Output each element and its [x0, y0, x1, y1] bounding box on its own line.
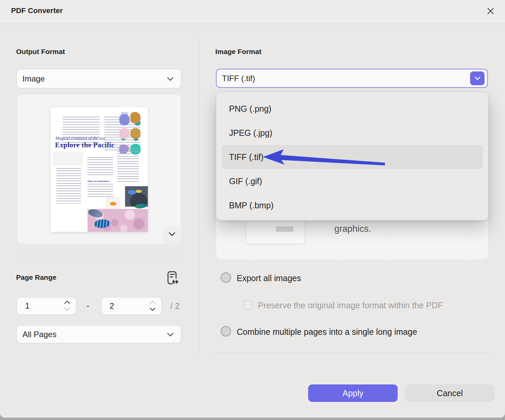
page-scope-select[interactable]: All Pages: [17, 325, 181, 343]
output-format-value: Image: [22, 74, 45, 84]
fish-photo: [106, 197, 121, 209]
combine-pages-radio[interactable]: [221, 326, 231, 336]
close-button[interactable]: [484, 5, 497, 18]
magazine-subtitle: Magical creatures of the sea.: [55, 136, 106, 141]
magazine-section-heading: Deep Sea Exploration: [88, 180, 109, 182]
option-label: BMP (.bmp): [229, 201, 274, 210]
dropdown-option-png[interactable]: PNG (.png): [216, 97, 488, 121]
dropdown-option-jpeg[interactable]: JPEG (.jpg): [216, 121, 488, 145]
coral-thumb: [119, 112, 129, 126]
annotation-arrow: [262, 148, 386, 168]
page-range-picker-button[interactable]: [165, 271, 179, 286]
pdf-converter-dialog: PDF Converter Output Format Image: [0, 0, 505, 418]
spinner-up-icon[interactable]: [64, 300, 70, 306]
spinner-down-icon[interactable]: [64, 307, 70, 313]
option-label: JPEG (.jpg): [229, 128, 272, 138]
dropdown-option-bmp[interactable]: BMP (.bmp): [216, 193, 488, 217]
close-icon: [486, 6, 496, 17]
title-bar: PDF Converter: [0, 0, 505, 24]
screen: PDF Converter Output Format Image: [0, 0, 505, 420]
dialog-title: PDF Converter: [11, 6, 63, 15]
magazine-title: Explore the Pacific: [55, 141, 115, 149]
preview-collapse-button[interactable]: [164, 227, 180, 243]
range-dash: -: [87, 301, 89, 311]
preserve-format-checkbox[interactable]: [243, 301, 252, 310]
page-range-heading: Page Range: [16, 273, 56, 281]
page-scope-value: All Pages: [22, 330, 56, 339]
page-to-value: 2: [110, 301, 114, 311]
chevron-down-icon: [167, 76, 174, 81]
coral-thumb: [130, 112, 141, 126]
apply-button[interactable]: Apply: [308, 384, 398, 402]
page-from-stepper[interactable]: 1: [17, 297, 76, 315]
image-format-select[interactable]: TIFF (.tif): [216, 69, 488, 88]
format-description-text: graphics.: [334, 224, 371, 234]
coral-thumb: [130, 127, 141, 141]
chevron-down-icon: [167, 332, 174, 336]
cancel-button[interactable]: Cancel: [405, 384, 495, 402]
option-label: TIFF (.tif): [229, 152, 264, 162]
chevron-down-icon: [474, 75, 481, 82]
option-label: PNG (.png): [229, 104, 271, 114]
image-format-value: TIFF (.tif): [222, 74, 255, 83]
page-from-value: 1: [25, 301, 30, 311]
thumb-placeholder: [53, 152, 83, 165]
footer-divider: [216, 353, 489, 353]
export-all-images-label: Export all images: [237, 273, 301, 283]
page-to-stepper[interactable]: 2: [101, 297, 162, 315]
thumb-text-block: [88, 157, 113, 177]
page-preview-card: Magical creatures of the sea. Explore th…: [17, 94, 181, 244]
spinner-down-icon[interactable]: [149, 307, 156, 313]
image-format-dropdown-button[interactable]: [470, 71, 485, 85]
fish-photo: [125, 186, 148, 207]
page-range-icon: [165, 271, 179, 286]
output-format-heading: Output Format: [16, 48, 65, 56]
dropdown-option-gif[interactable]: GIF (.gif): [216, 169, 488, 193]
preserve-format-label: Preserve the original image format withi…: [258, 301, 443, 310]
preview-page-thumbnail: Magical creatures of the sea. Explore th…: [51, 107, 148, 232]
combine-pages-label: Combine multiple pages into a single lon…: [237, 327, 417, 337]
image-format-heading: Image Format: [215, 48, 262, 56]
export-all-images-radio[interactable]: [221, 272, 231, 283]
thumb-text-block: [88, 184, 113, 198]
panel-divider: [199, 39, 200, 356]
coral-thumb: [119, 127, 129, 141]
thumb-text-block: [56, 168, 81, 204]
option-label: GIF (.gif): [229, 176, 262, 186]
illustration-bar: [276, 226, 293, 232]
section-divider: [16, 256, 181, 256]
page-total: / 2: [170, 301, 180, 311]
thumb-text-block: [117, 148, 139, 183]
output-format-select[interactable]: Image: [17, 69, 181, 88]
chevron-down-icon: [168, 232, 176, 238]
spinner-up-icon[interactable]: [149, 300, 156, 306]
